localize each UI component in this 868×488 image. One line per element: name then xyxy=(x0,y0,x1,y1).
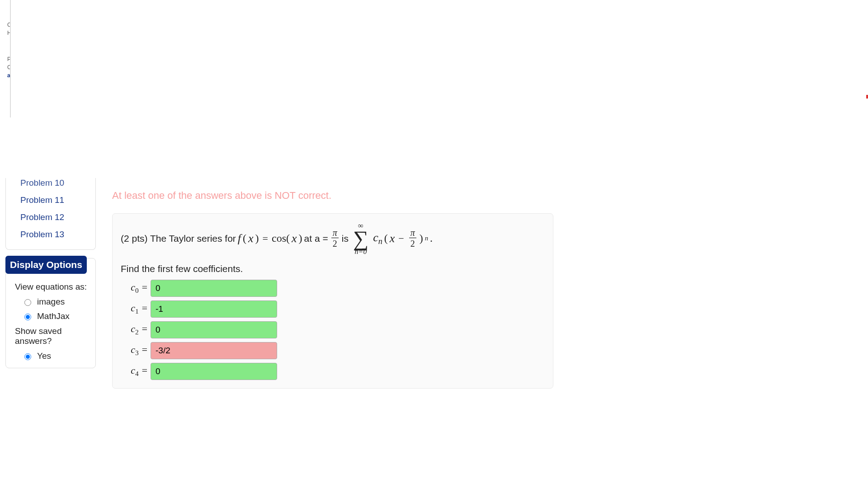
coeff-label: c4 = xyxy=(121,365,151,378)
display-options-header: Display Options xyxy=(5,256,87,274)
problem-nav-list: Problem 10 Problem 11 Problem 12 Problem… xyxy=(5,178,96,250)
view-equations-label: View equations as: xyxy=(15,279,91,295)
coeff-input-c2[interactable] xyxy=(151,321,277,338)
view-images-label: images xyxy=(37,297,65,307)
main-content: At least one of the answers above is NOT… xyxy=(112,190,564,389)
coeff-input-c4[interactable] xyxy=(151,363,277,380)
coeff-label: c1 = xyxy=(121,302,151,315)
problem-nav-item[interactable]: Problem 13 xyxy=(20,226,90,243)
left-edge-fragment: C H P C a xyxy=(0,0,11,117)
problem-nav-item[interactable]: Problem 10 xyxy=(20,174,90,192)
math-paren: ) xyxy=(299,232,302,244)
at-a-text: at a = xyxy=(304,233,328,244)
problem-nav-item[interactable]: Problem 12 xyxy=(20,209,90,226)
saved-yes-label: Yes xyxy=(37,351,51,361)
pts-text: (2 pts) The Taylor series for xyxy=(121,233,236,244)
coeff-input-c3[interactable] xyxy=(151,342,277,359)
coeff-label: c3 = xyxy=(121,344,151,357)
math-minus: − xyxy=(396,233,406,244)
math-exp-n: n xyxy=(425,235,428,242)
coeff-row: c1 = xyxy=(121,300,545,318)
coeff-row: c2 = xyxy=(121,321,545,338)
math-pi-over-2: π 2 xyxy=(331,228,339,249)
problem-box: (2 pts) The Taylor series for f(x) = cos… xyxy=(112,213,553,389)
edge-char: C xyxy=(0,64,10,72)
math-eq: = xyxy=(261,233,270,244)
math-cn: cn xyxy=(373,231,382,246)
edge-char: P xyxy=(0,56,10,64)
problem-statement: (2 pts) The Taylor series for f(x) = cos… xyxy=(121,222,545,255)
is-text: is xyxy=(342,233,349,244)
coeff-row: c0 = xyxy=(121,280,545,297)
coeff-input-c1[interactable] xyxy=(151,300,277,318)
math-cos: cos( xyxy=(272,232,290,244)
math-x: x xyxy=(292,232,297,245)
edge-char: a xyxy=(0,72,10,80)
edge-char: H xyxy=(0,30,10,38)
math-pi-over-2: π 2 xyxy=(409,228,416,249)
right-accent-marker xyxy=(866,95,868,99)
coeff-row: c4 = xyxy=(121,363,545,380)
math-paren: ) xyxy=(420,232,423,244)
edge-char: C xyxy=(0,22,10,30)
display-options-panel: Display Options View equations as: image… xyxy=(5,258,96,368)
math-sum: ∞ ∑ n=0 xyxy=(353,222,368,255)
math-period: . xyxy=(430,232,433,244)
coeff-input-c0[interactable] xyxy=(151,280,277,297)
math-paren: ( xyxy=(243,232,246,244)
sidebar: Problem 10 Problem 11 Problem 12 Problem… xyxy=(5,178,96,368)
math-x: x xyxy=(248,232,254,245)
error-message: At least one of the answers above is NOT… xyxy=(112,190,564,202)
math-paren: ( xyxy=(384,232,388,244)
problem-nav-item[interactable]: Problem 11 xyxy=(20,192,90,209)
coeff-label: c0 = xyxy=(121,282,151,295)
coeff-row: c3 = xyxy=(121,342,545,359)
view-images-radio[interactable] xyxy=(24,299,31,306)
coeff-label: c2 = xyxy=(121,323,151,336)
view-mathjax-label: MathJax xyxy=(37,311,70,321)
instruction: Find the first few coefficients. xyxy=(121,263,545,274)
view-mathjax-radio[interactable] xyxy=(24,314,31,320)
show-saved-label: Show saved answers? xyxy=(15,324,91,349)
math-x: x xyxy=(390,232,395,245)
saved-yes-radio[interactable] xyxy=(24,353,31,360)
math-paren: ) xyxy=(255,232,259,244)
math-f: f xyxy=(238,232,241,245)
